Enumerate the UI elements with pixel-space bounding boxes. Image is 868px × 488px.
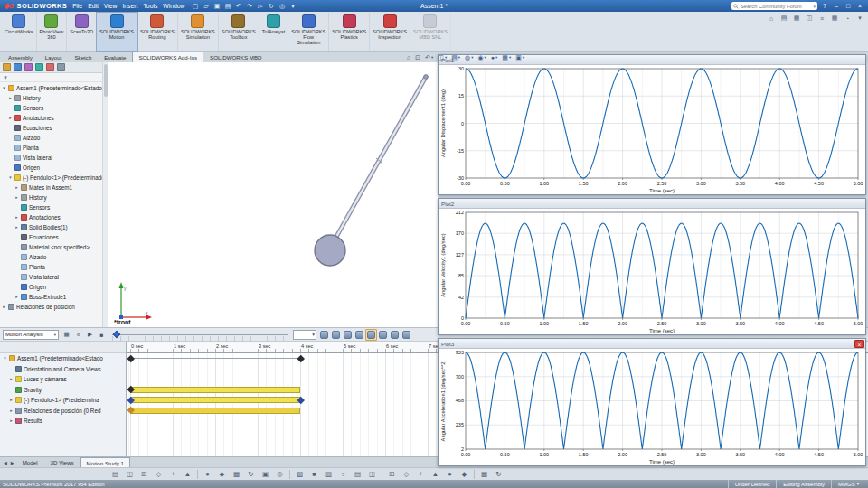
tab-evaluate[interactable]: Evaluate <box>98 52 132 62</box>
section-view-icon[interactable]: ◫▾ <box>436 54 448 61</box>
plot-window-titlebar[interactable]: Plot3× <box>439 339 865 349</box>
plot-window-plot3[interactable]: Plot3×22354687009330.000.501.001.502.002… <box>438 338 866 466</box>
bottom-toolbar-icon[interactable]: ● <box>203 469 212 479</box>
addin-solidworks-simulation[interactable]: SOLIDWORKSSimulation <box>178 13 219 51</box>
bottom-toolbar-icon[interactable]: ■ <box>309 469 319 479</box>
bottom-toolbar-icon[interactable]: ◇ <box>401 469 411 479</box>
study-type-select[interactable]: Motion Analysis ▾ <box>3 330 59 340</box>
timeline-duration-bar[interactable] <box>130 397 300 403</box>
plot-window-titlebar[interactable]: Plot2 <box>439 199 865 209</box>
bottom-toolbar-icon[interactable]: ▲ <box>430 469 440 479</box>
tree-item[interactable]: Origen <box>0 282 108 292</box>
redo-icon[interactable]: ↷ <box>245 1 255 11</box>
play-button[interactable]: ▶ <box>84 329 96 341</box>
tree-item[interactable]: Alzado <box>0 133 108 143</box>
addin-solidworks-routing[interactable]: SOLIDWORKSRouting <box>137 13 178 51</box>
menu-tools[interactable]: Tools <box>140 3 160 9</box>
add-key-button[interactable] <box>365 329 377 341</box>
edit-appearance-icon[interactable]: ●▾ <box>489 54 500 61</box>
folder-icon[interactable]: ▤ <box>779 14 788 23</box>
graphics-viewport[interactable]: y x *front <box>108 62 438 327</box>
timeline-duration-bar[interactable] <box>130 387 300 393</box>
bottom-toolbar-icon[interactable]: ▤ <box>110 469 120 479</box>
configuration-manager-icon[interactable] <box>24 63 33 71</box>
addin-solidworks-motion[interactable]: SOLIDWORKSMotion <box>97 13 137 51</box>
save-icon[interactable]: ▣ <box>212 1 222 11</box>
menu-window[interactable]: Window <box>160 3 187 9</box>
pendulum-rod[interactable] <box>332 75 428 245</box>
search-box[interactable]: ▾ <box>731 2 817 10</box>
close-icon[interactable]: × <box>854 340 864 348</box>
tree-item[interactable]: ▸History <box>0 192 108 202</box>
motion-tree-item[interactable]: ▾Assem1 (Predeterminado<Estado <box>0 353 126 364</box>
addin-scanto3d[interactable]: ScanTo3D <box>67 13 97 51</box>
view-orientation-icon[interactable]: ▤▾ <box>449 54 462 61</box>
motion-tree-item[interactable]: ▸Results <box>0 416 126 427</box>
motion-tree-item[interactable]: ▸Relaciones de posición (0 Red <box>0 406 126 417</box>
expand-arrow[interactable]: ▾ <box>8 175 13 180</box>
units-dropdown[interactable]: MMGS▾ <box>831 480 865 488</box>
bottom-toolbar-icon[interactable]: ◫ <box>125 469 135 479</box>
auto-key-button[interactable] <box>354 329 365 341</box>
tree-item[interactable]: Planta <box>0 143 108 153</box>
tab-scroll-left-icon[interactable]: ◀ <box>2 460 9 465</box>
bottom-toolbar-icon[interactable]: ▤ <box>353 469 363 479</box>
help-icon[interactable]: ? <box>820 3 829 9</box>
hide-show-items-icon[interactable]: ◉▾ <box>476 54 487 61</box>
tab-motion-study-1[interactable]: Motion Study 1 <box>80 457 130 467</box>
tree-item[interactable]: Sensors <box>0 202 108 212</box>
close-icon[interactable]: × <box>855 3 864 9</box>
menu-file[interactable]: File <box>70 3 85 9</box>
pendulum-bob[interactable] <box>315 235 345 266</box>
tree-scrollbar-thumb[interactable] <box>104 64 108 97</box>
options-icon[interactable]: ◎ <box>278 1 288 11</box>
menu-view[interactable]: View <box>101 3 120 9</box>
bottom-toolbar-icon[interactable]: ◫ <box>367 469 377 479</box>
list-icon[interactable]: ≡ <box>817 14 826 23</box>
grid-icon[interactable]: ▦ <box>792 14 801 23</box>
zoom-fit-icon[interactable]: ⌂ <box>405 54 412 61</box>
motion-tree-item[interactable]: ▸(-) Pendulo<1> (Predetermina <box>0 395 126 406</box>
motion-study-properties-button[interactable] <box>401 329 412 341</box>
tree-item[interactable]: ▸Anotaciones <box>0 113 108 123</box>
motion-tree-item[interactable]: Gravity <box>0 385 126 396</box>
tree-item[interactable]: Ecuaciones <box>0 123 108 133</box>
bottom-toolbar-icon[interactable]: ▥ <box>324 469 334 479</box>
tree-item[interactable]: ▸Solid Bodies(1) <box>0 222 108 232</box>
addin-solidworks-inspection[interactable]: SOLIDWORKSInspection <box>370 13 410 51</box>
open-document-icon[interactable]: ▱ <box>202 1 212 11</box>
time-marker[interactable] <box>113 330 120 337</box>
undo-icon[interactable]: ↶ <box>234 1 244 11</box>
tree-item[interactable]: Material <not specified> <box>0 242 108 252</box>
tree-item[interactable]: Origen <box>0 163 108 173</box>
filter-icon[interactable]: ▼ <box>3 75 8 80</box>
animation-wizard-button[interactable] <box>342 329 354 341</box>
bottom-toolbar-icon[interactable]: + <box>168 469 178 479</box>
ce-manager-icon[interactable] <box>57 63 65 71</box>
view-settings-icon[interactable]: ▣▾ <box>514 54 526 61</box>
tab-solidworks-mbd[interactable]: SOLIDWORKS MBD <box>203 52 268 62</box>
bottom-toolbar-icon[interactable]: ▦ <box>231 469 241 479</box>
play-from-start-button[interactable]: « <box>72 329 84 341</box>
tab-scroll-right-icon[interactable]: ▶ <box>9 460 16 465</box>
select-icon[interactable]: ▻ <box>256 1 266 11</box>
tree-item[interactable]: Ecuaciones <box>0 232 108 242</box>
addin-solidworks-flow-simulation[interactable]: SOLIDWORKSFlowSimulation <box>288 13 329 51</box>
tree-item[interactable]: Planta <box>0 262 108 272</box>
bottom-toolbar-icon[interactable]: ▲ <box>183 469 193 479</box>
bottom-toolbar-icon[interactable]: ● <box>445 469 455 479</box>
expand-arrow[interactable]: ▸ <box>8 96 13 100</box>
tree-item[interactable]: Vista lateral <box>0 153 108 163</box>
expand-arrow[interactable]: ▸ <box>9 418 14 423</box>
zoom-area-icon[interactable]: ⊡ <box>413 54 422 61</box>
pin-icon[interactable]: ▾ <box>288 1 298 11</box>
timeline-key[interactable] <box>127 354 135 361</box>
plot-window-plot2[interactable]: Plot2042851271702120.000.501.001.502.002… <box>438 198 866 335</box>
history-icon[interactable]: ◔ <box>843 14 852 23</box>
addin-solidworks-mbd-snl[interactable]: SOLIDWORKSMBD SNL <box>410 13 451 51</box>
addin-solidworks-toolbox[interactable]: SOLIDWORKSToolbox <box>219 13 259 51</box>
expand-arrow[interactable]: ▸ <box>14 195 19 200</box>
timeline-zoom-slider[interactable] <box>112 329 288 341</box>
motion-tree-item[interactable]: Orientation and Camera Views <box>0 364 126 375</box>
bottom-toolbar-icon[interactable]: ◆ <box>217 469 227 479</box>
